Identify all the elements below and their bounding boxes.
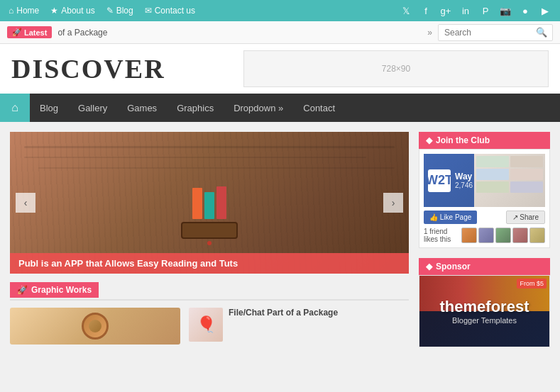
graphic-works-label: 🚀 Graphic Works [10,282,99,298]
sponsor-subtitle: Blogger Templates [452,316,517,325]
ticker-label: 🚀 Latest [7,26,52,38]
pinterest-icon[interactable]: P [479,4,492,17]
star-icon: ★ [50,6,58,16]
envelope-icon: ✉ [145,6,152,16]
avatar-3 [495,228,511,243]
book-decoration [216,186,226,219]
nav-item-dropdown[interactable]: Dropdown » [224,94,293,122]
social-icons: 𝕏 f g+ in P 📷 ● ▶ [400,4,551,17]
slider-prev-button[interactable]: ‹ [16,193,35,213]
fb-cell [476,181,509,193]
nav-home-button[interactable]: ⌂ [0,94,30,122]
linkedin-icon[interactable]: in [459,4,472,17]
fb-logo: W2T [428,169,451,192]
facebook-widget: W2T Way 2 Themes 2,746 likes [419,150,549,247]
join-club-title: ◆ Join the Club [419,132,550,149]
search-input[interactable] [439,28,531,38]
nav-item-graphics[interactable]: Graphics [167,94,224,122]
nav-item-games[interactable]: Games [117,94,167,122]
top-bar-nav: ⌂ Home ★ About us ✎ Blog ✉ Contact us [9,6,195,16]
avatar-2 [478,228,494,243]
fb-cell [510,169,543,180]
book-decoration [192,188,202,219]
blog-label: Blog [116,6,133,16]
logo[interactable]: DISCOVER [11,53,165,84]
fb-cell [476,169,509,180]
nav-about[interactable]: ★ About us [50,6,94,16]
nav-item-blog[interactable]: Blog [30,94,68,122]
google-plus-icon[interactable]: g+ [439,4,452,17]
nav-home[interactable]: ⌂ Home [9,6,39,16]
join-club-content: W2T Way 2 Themes 2,746 likes [419,149,550,248]
content-area: ‹ › Publ is an APP that Allows Easy Read… [10,132,409,357]
twitter-icon[interactable]: 𝕏 [400,4,412,17]
nav-contact[interactable]: ✉ Contact us [145,6,195,16]
fb-overlay [474,154,545,207]
pencil-icon: ✎ [106,6,114,16]
graphic-main-thumbnail[interactable] [10,308,180,345]
fb-like-button[interactable]: 👍 Like Page [424,211,477,224]
rocket-section-icon: 🚀 [17,285,28,295]
home-nav-icon: ⌂ [11,101,18,114]
nav-item-contact[interactable]: Contact [293,94,345,122]
instagram-icon[interactable]: 📷 [499,4,512,17]
graphic-thumb: 🎈 [189,308,223,342]
ticker-label-text: Latest [24,28,47,37]
fb-cell [476,156,509,167]
search-button[interactable]: 🔍 [531,27,552,38]
fb-overlay-row2 [476,169,543,180]
nav-bar: ⌂ Blog Gallery Games Graphics Dropdown »… [0,94,560,122]
dribbble-icon[interactable]: ● [519,4,532,17]
ticker-arrow: » [427,28,432,38]
main-content: ‹ › Publ is an APP that Allows Easy Read… [0,122,560,367]
fb-overlay-row3 [476,181,543,193]
nav-blog[interactable]: ✎ Blog [106,6,133,16]
ad-banner: 728×90 [243,50,549,87]
search-bar[interactable]: 🔍 [438,24,553,41]
top-bar: ⌂ Home ★ About us ✎ Blog ✉ Contact us 𝕏 … [0,0,560,21]
facebook-banner: W2T Way 2 Themes 2,746 likes [424,154,545,207]
ticker-text: of a Package [57,28,422,38]
home-label: Home [16,6,39,16]
slider-next-button[interactable]: › [383,193,403,213]
book-decoration [204,192,214,219]
ticker-bar: 🚀 Latest of a Package » 🔍 [0,21,560,44]
sidebar: ◆ Join the Club W2T Way 2 Themes 2,746 l… [419,132,550,357]
header: DISCOVER 728×90 [0,44,560,94]
fb-friend-row: 1 friend likes this [424,228,545,243]
join-club-section: ◆ Join the Club W2T Way 2 Themes 2,746 l… [419,132,550,248]
facebook-icon[interactable]: f [419,4,432,17]
fb-cell [510,156,543,167]
fb-overlay-row1 [476,156,543,167]
avatar-1 [461,228,477,243]
sponsor-badge: From $5 [517,279,547,289]
about-label: About us [61,6,94,16]
nav-item-gallery[interactable]: Gallery [68,94,117,122]
contact-label: Contact us [155,6,195,16]
fb-cell [510,181,543,193]
home-icon: ⌂ [9,6,13,16]
avatar-4 [512,228,528,243]
fb-avatars [461,228,545,243]
book-box [181,222,238,239]
sponsor-image[interactable]: From $5 themeforest Blogger Templates [419,276,549,347]
slider-image [10,132,409,274]
avatar-5 [529,228,545,243]
sponsor-title: ◆ Sponsor [419,258,550,275]
hero-slider: ‹ › Publ is an APP that Allows Easy Read… [10,132,409,274]
slider-caption: Publ is an APP that Allows Easy Reading … [10,253,409,274]
nav-items: Blog Gallery Games Graphics Dropdown » C… [30,94,345,122]
youtube-icon[interactable]: ▶ [539,4,551,17]
graphic-item-link[interactable]: 🎈 File/Chat Part of a Package [189,308,338,345]
decorative-ball [207,241,212,245]
fb-share-button[interactable]: ↗ Share [506,211,545,224]
graphic-item-title: File/Chat Part of a Package [229,308,338,318]
graphic-works-header: 🚀 Graphic Works [10,282,409,301]
sponsor-brand: themeforest [440,298,529,316]
fb-buttons: 👍 Like Page ↗ Share [424,211,545,224]
friend-text: 1 friend likes this [424,228,459,243]
sponsor-section: ◆ Sponsor From $5 themeforest Blogger Te… [419,258,550,347]
sponsor-icon: ◆ [426,262,432,271]
graphic-items-list: 🎈 File/Chat Part of a Package [10,308,409,345]
rocket-icon: 🚀 [12,28,22,37]
